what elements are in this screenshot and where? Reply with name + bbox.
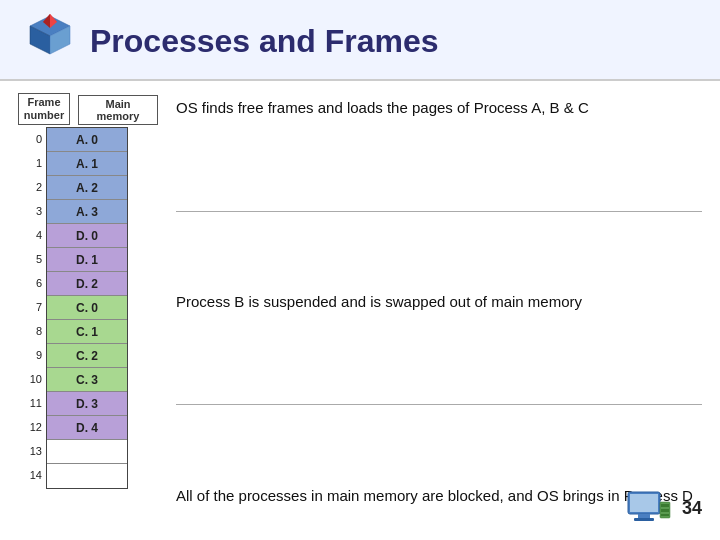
row-number: 6 <box>18 271 46 295</box>
svg-rect-7 <box>630 494 658 512</box>
svg-rect-11 <box>661 504 669 507</box>
row-number: 13 <box>18 439 46 463</box>
memory-cell: D. 0 <box>47 224 127 248</box>
row-number: 8 <box>18 319 46 343</box>
frame-number-label: Framenumber <box>18 93 70 125</box>
divider-1 <box>176 211 702 212</box>
row-number: 2 <box>18 175 46 199</box>
row-number: 10 <box>18 367 46 391</box>
svg-rect-12 <box>661 509 669 512</box>
row-number: 3 <box>18 199 46 223</box>
memory-cell: D. 3 <box>47 392 127 416</box>
text-block-1: OS finds free frames and loads the pages… <box>176 97 702 120</box>
row-number: 1 <box>18 151 46 175</box>
memory-cell: C. 3 <box>47 368 127 392</box>
memory-cell: D. 4 <box>47 416 127 440</box>
row-number: 7 <box>18 295 46 319</box>
memory-cell: A. 0 <box>47 128 127 152</box>
title-icon <box>20 14 80 69</box>
memory-cells: A. 0A. 1A. 2A. 3D. 0D. 1D. 2C. 0C. 1C. 2… <box>46 127 128 489</box>
row-number: 4 <box>18 223 46 247</box>
content-area: Framenumber Main memory 0123456789101112… <box>0 81 720 531</box>
divider-2 <box>176 404 702 405</box>
svg-rect-13 <box>661 514 669 516</box>
text-block-2-text: Process B is suspended and is swapped ou… <box>176 291 702 314</box>
slide-title: Processes and Frames <box>90 23 439 60</box>
memory-cell: D. 1 <box>47 248 127 272</box>
row-number: 14 <box>18 463 46 487</box>
title-area: Processes and Frames <box>0 0 720 81</box>
computer-icon <box>624 484 672 532</box>
row-number: 11 <box>18 391 46 415</box>
text-block-1-text: OS finds free frames and loads the pages… <box>176 97 702 120</box>
svg-rect-9 <box>634 518 654 521</box>
page-number: 34 <box>682 498 702 519</box>
svg-rect-8 <box>638 514 650 518</box>
diagram-header: Framenumber Main memory <box>18 93 158 125</box>
text-block-2: Process B is suspended and is swapped ou… <box>176 291 702 314</box>
memory-cell: C. 2 <box>47 344 127 368</box>
main-memory-label: Main memory <box>78 95 158 125</box>
row-number: 9 <box>18 343 46 367</box>
memory-cell: C. 1 <box>47 320 127 344</box>
memory-cell <box>47 464 127 488</box>
row-numbers: 01234567891011121314 <box>18 127 46 489</box>
memory-cell: A. 3 <box>47 200 127 224</box>
memory-cell: A. 2 <box>47 176 127 200</box>
memory-cell: C. 0 <box>47 296 127 320</box>
text-content: OS finds free frames and loads the pages… <box>176 93 702 519</box>
memory-cell <box>47 440 127 464</box>
memory-diagram: Framenumber Main memory 0123456789101112… <box>18 93 158 519</box>
memory-cell: A. 1 <box>47 152 127 176</box>
slide: Processes and Frames Framenumber Main me… <box>0 0 720 540</box>
bottom-area: 34 <box>624 484 702 532</box>
memory-cell: D. 2 <box>47 272 127 296</box>
row-number: 12 <box>18 415 46 439</box>
row-number: 5 <box>18 247 46 271</box>
memory-table: 01234567891011121314 A. 0A. 1A. 2A. 3D. … <box>18 127 128 489</box>
row-number: 0 <box>18 127 46 151</box>
